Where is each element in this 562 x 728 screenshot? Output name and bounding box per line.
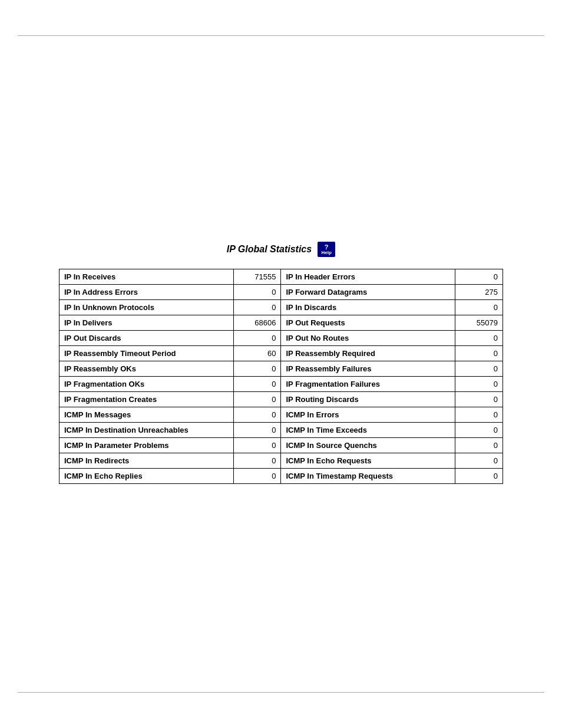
table-row: IP Fragmentation OKs0IP Fragmentation Fa… (59, 377, 503, 392)
left-value: 0 (233, 453, 281, 469)
right-label: IP In Header Errors (281, 269, 455, 285)
right-value: 0 (455, 423, 503, 438)
right-value: 0 (455, 469, 503, 484)
right-value: 55079 (455, 315, 503, 331)
left-value: 71555 (233, 269, 281, 285)
left-value: 0 (233, 331, 281, 346)
right-value: 0 (455, 453, 503, 469)
table-row: ICMP In Destination Unreachables0ICMP In… (59, 423, 503, 438)
right-label: IP Forward Datagrams (281, 285, 455, 300)
table-row: IP In Receives71555IP In Header Errors0 (59, 269, 503, 285)
left-label: IP Out Discards (59, 331, 234, 346)
left-value: 60 (233, 346, 281, 361)
stats-table: IP In Receives71555IP In Header Errors0I… (59, 269, 503, 484)
right-label: ICMP In Source Quenchs (281, 438, 455, 453)
right-label: ICMP In Errors (281, 407, 455, 423)
page-title: IP Global Statistics (227, 244, 312, 255)
table-row: IP In Unknown Protocols0IP In Discards0 (59, 300, 503, 315)
page-title-section: IP Global Statistics ? Help (59, 242, 503, 257)
left-value: 0 (233, 407, 281, 423)
table-row: ICMP In Parameter Problems0ICMP In Sourc… (59, 438, 503, 453)
right-label: IP Routing Discards (281, 392, 455, 407)
left-value: 0 (233, 423, 281, 438)
right-label: IP Fragmentation Failures (281, 377, 455, 392)
top-border (18, 35, 544, 36)
right-value: 0 (455, 331, 503, 346)
right-label: ICMP In Time Exceeds (281, 423, 455, 438)
left-label: IP In Receives (59, 269, 234, 285)
left-value: 0 (233, 438, 281, 453)
right-label: IP Reassembly Required (281, 346, 455, 361)
right-value: 0 (455, 438, 503, 453)
left-value: 0 (233, 300, 281, 315)
table-row: IP Fragmentation Creates0IP Routing Disc… (59, 392, 503, 407)
left-label: ICMP In Redirects (59, 453, 234, 469)
right-value: 0 (455, 392, 503, 407)
right-label: IP Reassembly Failures (281, 361, 455, 377)
left-label: IP Fragmentation OKs (59, 377, 234, 392)
table-row: IP Out Discards0IP Out No Routes0 (59, 331, 503, 346)
left-label: IP In Delivers (59, 315, 234, 331)
left-value: 68606 (233, 315, 281, 331)
table-row: IP In Address Errors0IP Forward Datagram… (59, 285, 503, 300)
right-value: 0 (455, 269, 503, 285)
left-value: 0 (233, 285, 281, 300)
left-value: 0 (233, 392, 281, 407)
help-icon-button[interactable]: ? Help (318, 242, 335, 257)
help-question-mark: ? (325, 244, 329, 251)
left-label: ICMP In Messages (59, 407, 234, 423)
bottom-border (18, 692, 544, 693)
help-icon-inner: ? Help (322, 244, 332, 255)
right-value: 275 (455, 285, 503, 300)
left-value: 0 (233, 377, 281, 392)
left-value: 0 (233, 469, 281, 484)
left-label: IP In Unknown Protocols (59, 300, 234, 315)
right-label: ICMP In Timestamp Requests (281, 469, 455, 484)
left-value: 0 (233, 361, 281, 377)
left-label: ICMP In Echo Replies (59, 469, 234, 484)
right-label: ICMP In Echo Requests (281, 453, 455, 469)
right-label: IP Out Requests (281, 315, 455, 331)
table-row: IP Reassembly OKs0IP Reassembly Failures… (59, 361, 503, 377)
right-label: IP Out No Routes (281, 331, 455, 346)
left-label: IP Fragmentation Creates (59, 392, 234, 407)
left-label: ICMP In Parameter Problems (59, 438, 234, 453)
right-value: 0 (455, 407, 503, 423)
table-row: ICMP In Echo Replies0ICMP In Timestamp R… (59, 469, 503, 484)
table-row: ICMP In Messages0ICMP In Errors0 (59, 407, 503, 423)
table-row: ICMP In Redirects0ICMP In Echo Requests0 (59, 453, 503, 469)
right-value: 0 (455, 361, 503, 377)
table-row: IP In Delivers68606IP Out Requests55079 (59, 315, 503, 331)
left-label: IP Reassembly OKs (59, 361, 234, 377)
help-text: Help (322, 251, 332, 255)
right-value: 0 (455, 377, 503, 392)
right-label: IP In Discards (281, 300, 455, 315)
left-label: IP Reassembly Timeout Period (59, 346, 234, 361)
left-label: IP In Address Errors (59, 285, 234, 300)
right-value: 0 (455, 300, 503, 315)
left-label: ICMP In Destination Unreachables (59, 423, 234, 438)
table-row: IP Reassembly Timeout Period60IP Reassem… (59, 346, 503, 361)
right-value: 0 (455, 346, 503, 361)
